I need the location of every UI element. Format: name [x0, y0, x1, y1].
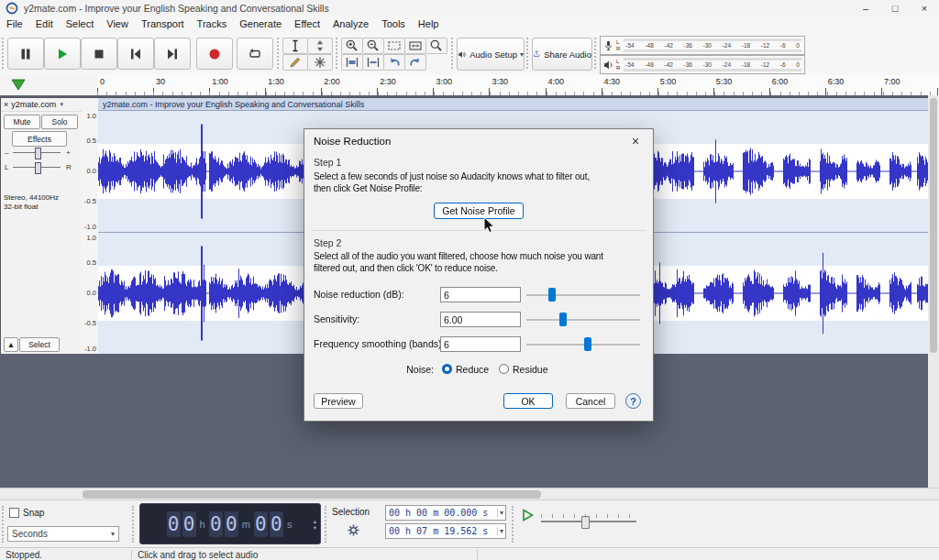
toolbar-gripper[interactable] — [132, 506, 137, 543]
draw-tool-button[interactable] — [282, 54, 308, 71]
sensitivity-input[interactable] — [440, 312, 521, 327]
time-spinner[interactable]: ▴▾ — [314, 504, 316, 544]
toolbar-gripper[interactable] — [325, 506, 329, 543]
gain-slider[interactable] — [13, 148, 61, 158]
toolbar-gripper[interactable] — [2, 506, 6, 543]
frequency-smoothing-input[interactable] — [440, 336, 521, 352]
envelope-tool-button[interactable] — [307, 38, 333, 54]
playback-speed-thumb[interactable] — [581, 516, 590, 529]
toolbar-gripper[interactable] — [336, 38, 340, 69]
menu-item[interactable]: Effect — [288, 18, 326, 29]
menu-item[interactable]: Generate — [233, 18, 288, 29]
zoom-project-button[interactable] — [404, 38, 426, 54]
residue-radio-label[interactable]: Residue — [513, 364, 548, 375]
minimize-button[interactable]: – — [851, 0, 880, 16]
recording-meter[interactable]: LR -54-48-42-36-30-24-18-12-60 — [600, 36, 805, 55]
selection-settings-button[interactable] — [347, 523, 360, 541]
noise-reduction-input[interactable] — [440, 287, 521, 302]
toolbar-gripper[interactable] — [277, 38, 282, 69]
help-button[interactable]: ? — [625, 393, 641, 409]
multi-tool-button[interactable] — [307, 54, 333, 71]
time-display[interactable]: ▴▾ 00h00m00s — [139, 503, 321, 544]
dialog-close-button[interactable]: × — [627, 133, 644, 149]
spinner-down-icon[interactable]: ▾ — [314, 524, 316, 531]
toolbar-gripper[interactable] — [594, 38, 599, 69]
skip-to-end-button[interactable] — [154, 38, 191, 70]
snap-checkbox[interactable] — [9, 508, 19, 518]
maximize-button[interactable]: □ — [880, 0, 910, 16]
preview-button[interactable]: Preview — [314, 393, 363, 409]
snap-mode-select[interactable]: Seconds ▾ — [7, 526, 119, 542]
play-button[interactable] — [44, 38, 81, 70]
toolbar-gripper[interactable] — [512, 506, 516, 543]
ok-button[interactable]: OK — [503, 393, 553, 409]
track-name[interactable]: y2mate.com — [11, 100, 56, 109]
play-at-speed-button[interactable] — [521, 508, 536, 526]
vertical-scrollbar-thumb[interactable] — [930, 98, 937, 353]
meter-channel-label: L — [616, 39, 620, 46]
menu-item[interactable]: View — [100, 18, 135, 29]
track-menu-icon[interactable]: ▼ — [59, 102, 64, 107]
select-track-button[interactable]: Select — [19, 337, 60, 352]
vertical-scrollbar[interactable] — [928, 95, 939, 488]
solo-button[interactable]: Solo — [41, 115, 78, 129]
undo-button[interactable] — [383, 54, 405, 71]
pan-slider[interactable] — [13, 162, 61, 172]
menu-item[interactable]: File — [0, 18, 29, 29]
loop-button[interactable] — [237, 38, 273, 70]
selection-tool-button[interactable] — [282, 38, 308, 54]
noise-reduction-slider-thumb[interactable] — [548, 288, 556, 302]
get-noise-profile-button[interactable]: Get Noise Profile — [434, 203, 524, 219]
noise-reduction-slider[interactable] — [526, 288, 640, 302]
pinned-play-head-toggle[interactable] — [11, 79, 26, 91]
clip-header[interactable]: y2mate.com - Improve your English Speaki… — [98, 98, 929, 111]
frequency-smoothing-slider-thumb[interactable] — [584, 337, 591, 351]
frequency-smoothing-slider[interactable] — [526, 337, 640, 351]
toolbar-gripper[interactable] — [526, 38, 531, 69]
trim-audio-button[interactable] — [341, 54, 363, 71]
zoom-selection-button[interactable] — [383, 38, 405, 54]
timeline-ruler[interactable]: 0301:001:302:002:303:003:304:004:305:005… — [97, 75, 939, 96]
sensitivity-slider-thumb[interactable] — [559, 313, 567, 326]
toolbar-gripper[interactable] — [2, 38, 6, 69]
menu-item[interactable]: Select — [60, 18, 101, 29]
pan-slider-thumb[interactable] — [35, 162, 41, 174]
menu-item[interactable]: Analyze — [326, 18, 375, 29]
audio-setup-button[interactable]: Audio Setup ▾ — [457, 38, 525, 71]
menu-item[interactable]: Edit — [29, 18, 60, 29]
playback-meter[interactable]: LR -54-48-42-36-30-24-18-12-60 — [600, 55, 805, 74]
reduce-radio[interactable] — [442, 364, 452, 374]
dialog-titlebar[interactable]: Noise Reduction × — [304, 129, 653, 153]
menu-item[interactable]: Transport — [135, 18, 191, 29]
effects-button[interactable]: Effects — [12, 131, 67, 147]
selection-start-field[interactable]: 00 h 00 m 00.000 s ▾ — [385, 505, 506, 521]
menu-item[interactable]: Tools — [375, 18, 412, 29]
zoom-in-button[interactable] — [341, 38, 363, 54]
record-button[interactable] — [196, 38, 233, 70]
horizontal-scrollbar-thumb[interactable] — [83, 490, 541, 499]
stop-button[interactable] — [81, 38, 117, 70]
zoom-toggle-button[interactable] — [425, 38, 447, 54]
reduce-radio-label[interactable]: Reduce — [456, 364, 489, 375]
selection-end-field[interactable]: 00 h 07 m 19.562 s ▾ — [385, 523, 506, 539]
menu-item[interactable]: Help — [412, 18, 446, 29]
collapse-track-button[interactable]: ▲ — [4, 337, 18, 352]
pause-button[interactable] — [7, 38, 44, 70]
residue-radio[interactable] — [499, 364, 509, 374]
silence-audio-button[interactable] — [362, 54, 384, 71]
horizontal-scrollbar[interactable] — [0, 488, 939, 500]
mute-button[interactable]: Mute — [4, 115, 40, 129]
cancel-button[interactable]: Cancel — [566, 393, 615, 409]
redo-button[interactable] — [404, 54, 426, 71]
playback-speed-slider[interactable] — [541, 512, 636, 527]
spinner-up-icon[interactable]: ▴ — [314, 518, 316, 524]
close-button[interactable]: × — [910, 0, 939, 16]
skip-to-start-button[interactable] — [117, 38, 154, 70]
sensitivity-slider[interactable] — [526, 313, 640, 326]
toolbar-gripper[interactable] — [451, 38, 456, 69]
share-audio-button[interactable]: Share Audio — [532, 38, 592, 71]
track-close-button[interactable]: × — [4, 100, 8, 109]
menu-item[interactable]: Tracks — [191, 18, 234, 29]
gain-slider-thumb[interactable] — [35, 148, 41, 159]
zoom-out-button[interactable] — [362, 38, 384, 54]
